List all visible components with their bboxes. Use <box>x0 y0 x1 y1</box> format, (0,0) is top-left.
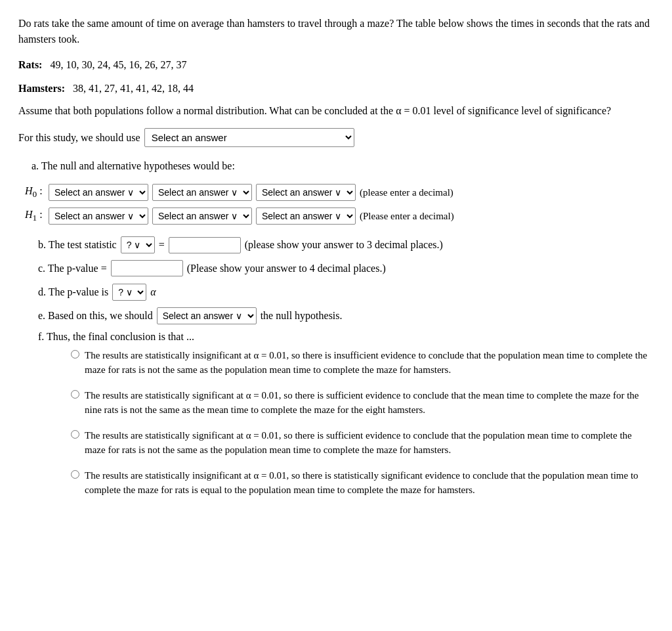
part-b-select[interactable]: ? ∨ t z <box>121 236 155 253</box>
h0-label: H0 : <box>25 185 45 200</box>
part-d-label: d. The p-value is <box>38 284 108 301</box>
conclusion-option-2: The results are statistically significan… <box>71 388 654 418</box>
h0-decimal-note: (please enter a decimal) <box>360 187 453 198</box>
h1-select-3[interactable]: Select an answer ∨ μ₁ μ₂ 0 <box>256 207 356 225</box>
hamsters-row: Hamsters: 38, 41, 27, 41, 41, 42, 18, 44 <box>18 80 654 97</box>
conclusion-text-2: The results are statistically significan… <box>85 388 654 418</box>
part-e-suffix: the null hypothesis. <box>261 307 343 324</box>
h0-select-3[interactable]: Select an answer ∨ μ₁ μ₂ 0 <box>256 184 356 201</box>
h0-select-2[interactable]: Select an answer ∨ = ≠ < > <box>152 184 252 201</box>
part-d-select[interactable]: ? ∨ < > = <box>112 284 146 301</box>
part-b-note: (please show your answer to 3 decimal pl… <box>245 236 443 253</box>
part-b-equals: = <box>159 236 165 253</box>
for-study-select[interactable]: Select an answer two-sample t-test paire… <box>144 128 354 147</box>
conclusion-text-1: The results are statistically insignific… <box>85 348 654 378</box>
hamsters-data: 38, 41, 27, 41, 41, 42, 18, 44 <box>73 83 194 94</box>
h1-row: H1 : Select an answer ∨ μ₁ μ₂ Select an … <box>25 207 654 225</box>
conclusion-radio-4[interactable] <box>71 470 79 479</box>
part-d-alpha: α <box>150 284 156 301</box>
part-d-row: d. The p-value is ? ∨ < > = α <box>38 284 654 301</box>
part-b-row: b. The test statistic ? ∨ t z = (please … <box>38 236 654 253</box>
h1-select-1[interactable]: Select an answer ∨ μ₁ μ₂ <box>49 207 148 225</box>
conclusion-text-4: The results are statistically insignific… <box>85 468 654 498</box>
rats-data: 49, 10, 30, 24, 45, 16, 26, 27, 37 <box>50 59 186 70</box>
h1-label: H1 : <box>25 209 45 223</box>
part-b-input[interactable] <box>169 237 241 253</box>
part-f-label: f. Thus, the final conclusion is that ..… <box>38 331 654 343</box>
conclusion-option-3: The results are statistically significan… <box>71 428 654 458</box>
part-c-note: (Please show your answer to 4 decimal pl… <box>187 260 386 277</box>
rats-row: Rats: 49, 10, 30, 24, 45, 16, 26, 27, 37 <box>18 56 654 74</box>
for-study-prefix: For this study, we should use <box>18 132 140 144</box>
for-study-row: For this study, we should use Select an … <box>18 128 654 147</box>
part-e-label: e. Based on this, we should <box>38 307 153 324</box>
part-e-select[interactable]: Select an answer ∨ reject fail to reject <box>157 307 257 324</box>
question-intro: Do rats take the same amount of time on … <box>18 16 654 47</box>
conclusion-radio-2[interactable] <box>71 390 79 399</box>
conclusion-radio-3[interactable] <box>71 430 79 439</box>
part-b-label: b. The test statistic <box>38 236 117 253</box>
conclusion-text-3: The results are statistically significan… <box>85 428 654 458</box>
part-a-label: a. The null and alternative hypotheses w… <box>32 160 654 172</box>
h1-select-2[interactable]: Select an answer ∨ = ≠ < > <box>152 207 252 225</box>
part-c-row: c. The p-value = (Please show your answe… <box>38 260 654 277</box>
assume-text: Assume that both populations follow a no… <box>18 103 654 119</box>
hamsters-label: Hamsters: <box>18 83 65 94</box>
h1-decimal-note: (Please enter a decimal) <box>360 211 454 222</box>
part-c-label: c. The p-value = <box>38 260 107 277</box>
part-c-input[interactable] <box>111 260 183 276</box>
part-e-row: e. Based on this, we should Select an an… <box>38 307 654 324</box>
conclusion-radio-1[interactable] <box>71 350 79 359</box>
h0-select-1[interactable]: Select an answer ∨ μ₁ μ₂ <box>49 184 148 201</box>
conclusion-option-4: The results are statistically insignific… <box>71 468 654 498</box>
conclusion-option-1: The results are statistically insignific… <box>71 348 654 378</box>
conclusions-section: The results are statistically insignific… <box>71 348 654 498</box>
h0-row: H0 : Select an answer ∨ μ₁ μ₂ Select an … <box>25 184 654 201</box>
rats-label: Rats: <box>18 59 42 70</box>
